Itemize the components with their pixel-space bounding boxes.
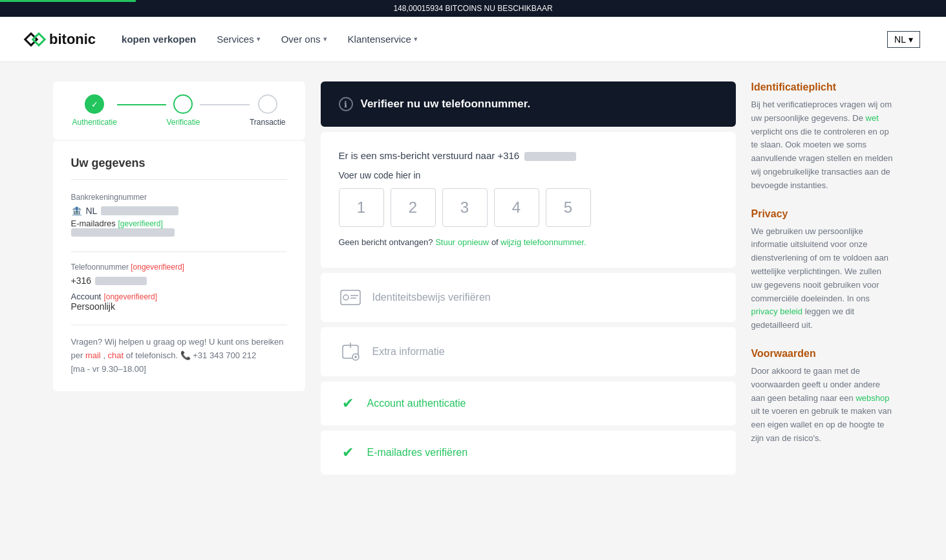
privacy-link[interactable]: privacy beleid xyxy=(751,307,803,316)
step-line-2 xyxy=(200,104,250,105)
right-panel: Identificatieplicht Bij het verificatiep… xyxy=(751,81,894,475)
main-content: ✓ Authenticatie Verificatie Transactie U… xyxy=(27,62,919,494)
step2-circle xyxy=(173,94,193,114)
lang-chevron-icon: ▾ xyxy=(908,34,913,45)
right-section-3: Voorwaarden Door akkoord te gaan met de … xyxy=(751,348,894,446)
verify-phone-card: ℹ Verifieer nu uw telefoonnummer. xyxy=(321,81,736,127)
services-chevron-icon: ▾ xyxy=(257,35,261,43)
email-section: E-mailadres [geverifieerd] xyxy=(71,219,287,239)
main-nav: kopen verkopen Services ▾ Over ons ▾ Kla… xyxy=(122,34,861,45)
verify-phone-title: Verifieer nu uw telefoonnummer. xyxy=(361,98,531,111)
help-chat-link[interactable]: chat xyxy=(108,350,124,360)
webshop-link[interactable]: webshop xyxy=(855,393,889,403)
right-title-1: Identificatieplicht xyxy=(751,81,894,93)
right-title-2: Privacy xyxy=(751,208,894,220)
top-bar: 148,00015934 BITCOINS NU BESCHIKBAAR xyxy=(0,0,946,17)
step1-label: Authenticatie xyxy=(72,118,117,127)
step-line-1 xyxy=(117,104,167,105)
stepper: ✓ Authenticatie Verificatie Transactie xyxy=(53,81,305,140)
over-ons-chevron-icon: ▾ xyxy=(323,35,327,43)
right-text-2: We gebruiken uw persoonlijke informatie … xyxy=(751,225,894,332)
right-title-3: Voorwaarden xyxy=(751,348,894,360)
bank-nl: NL xyxy=(86,206,98,216)
sms-sent-text: Er is een sms-bericht verstuurd naar +31… xyxy=(339,150,718,161)
email-verified-badge: [geverifieerd] xyxy=(118,219,162,228)
code-digit-2[interactable]: 2 xyxy=(391,188,436,227)
nav-kopen-verkopen[interactable]: kopen verkopen xyxy=(122,34,196,45)
enter-code-label: Voer uw code hier in xyxy=(339,170,718,180)
sms-card: Er is een sms-bericht verstuurd naar +31… xyxy=(321,132,736,268)
lang-selector-container: NL ▾ xyxy=(887,31,920,48)
bank-section: Bankrekeningnummer 🏦 NL E-mailadres [gev… xyxy=(71,193,287,239)
code-digit-1[interactable]: 1 xyxy=(339,188,384,227)
right-text-1: Bij het verificatieproces vragen wij om … xyxy=(751,98,894,193)
phone-icon: 📞 xyxy=(180,350,191,360)
phone-value: +316 xyxy=(71,275,287,286)
wet-link[interactable]: wet xyxy=(866,113,879,123)
phone-section: Telefoonnummer [ongeverifieerd] +316 Acc… xyxy=(71,263,287,312)
help-hours: [ma - vr 9.30–18.00] xyxy=(71,364,146,374)
nl-flag: 🏦 xyxy=(71,206,82,216)
step-authenticatie: ✓ Authenticatie xyxy=(72,94,117,127)
account-auth-card: ✔ Account authenticatie xyxy=(321,382,736,425)
right-section-1: Identificatieplicht Bij het verificatiep… xyxy=(751,81,894,193)
id-section-card[interactable]: Identiteitsbewijs verifiëren xyxy=(321,273,736,322)
logo-text: bitonic xyxy=(49,31,96,48)
account-section: Account [ongeverifieerd] Persoonlijk xyxy=(71,291,287,312)
code-digit-3[interactable]: 3 xyxy=(442,188,488,227)
nav-services[interactable]: Services ▾ xyxy=(217,34,261,45)
svg-point-1 xyxy=(343,295,349,300)
resend-link[interactable]: Stuur opnieuw xyxy=(435,237,489,247)
bank-blurred xyxy=(101,206,178,215)
help-text: Vragen? Wij helpen u graag op weg! U kun… xyxy=(71,325,287,376)
email-blurred xyxy=(71,228,175,237)
phone-label: Telefoonnummer [ongeverifieerd] xyxy=(71,263,287,272)
user-data-title: Uw gegevens xyxy=(71,156,287,180)
step-verificatie: Verificatie xyxy=(166,94,200,127)
lang-label: NL xyxy=(894,34,906,45)
klantenservice-chevron-icon: ▾ xyxy=(414,35,418,43)
right-section-2: Privacy We gebruiken uw persoonlijke inf… xyxy=(751,208,894,332)
step1-circle: ✓ xyxy=(85,94,104,114)
logo-diamond-right xyxy=(32,32,47,47)
bank-label: Bankrekeningnummer xyxy=(71,193,287,202)
check-icon-2: ✔ xyxy=(339,444,357,462)
extra-icon xyxy=(339,340,362,363)
account-unverified-badge: [ongeverifieerd] xyxy=(103,292,157,301)
extra-section-card[interactable]: Extra informatie xyxy=(321,327,736,376)
left-panel: ✓ Authenticatie Verificatie Transactie U… xyxy=(53,81,305,475)
step3-label: Transactie xyxy=(250,118,286,127)
check-icon-1: ✔ xyxy=(339,394,357,413)
nav-over-ons[interactable]: Over ons ▾ xyxy=(281,34,327,45)
sms-phone-hidden xyxy=(524,152,576,161)
email-label: E-mailadres xyxy=(71,219,116,228)
middle-panel: ℹ Verifieer nu uw telefoonnummer. Er is … xyxy=(321,81,736,475)
code-digit-5[interactable]: 5 xyxy=(546,188,591,227)
step-transactie: Transactie xyxy=(250,94,286,127)
code-digit-4[interactable]: 4 xyxy=(494,188,539,227)
step2-label: Verificatie xyxy=(166,118,200,127)
account-value: Persoonlijk xyxy=(71,301,115,312)
extra-section-label: Extra informatie xyxy=(372,346,445,358)
top-bar-text: 148,00015934 BITCOINS NU BESCHIKBAAR xyxy=(393,4,552,13)
bank-value: 🏦 NL xyxy=(71,206,287,216)
step3-circle xyxy=(258,94,277,114)
id-section-label: Identiteitsbewijs verifiëren xyxy=(372,292,491,303)
user-data-card: Uw gegevens Bankrekeningnummer 🏦 NL E-ma… xyxy=(53,141,305,391)
id-icon xyxy=(339,286,362,309)
right-text-3: Door akkoord te gaan met de voorwaarden … xyxy=(751,365,894,446)
help-mail-link[interactable]: mail xyxy=(85,350,101,360)
header: bitonic kopen verkopen Services ▾ Over o… xyxy=(0,17,946,62)
logo[interactable]: bitonic xyxy=(26,31,96,48)
email-verify-label: E-mailadres verifiëren xyxy=(367,447,468,458)
change-phone-link[interactable]: wijzig telefoonnummer. xyxy=(500,237,586,247)
account-label: Account xyxy=(71,292,102,301)
lang-button[interactable]: NL ▾ xyxy=(887,31,920,48)
resend-text: Geen bericht ontvangen? Stuur opnieuw of… xyxy=(339,237,718,247)
phone-unverified-badge: [ongeverifieerd] xyxy=(131,263,184,272)
phone-blurred xyxy=(95,277,147,285)
help-phone: +31 343 700 212 xyxy=(193,350,256,360)
nav-klantenservice[interactable]: Klantenservice ▾ xyxy=(348,34,418,45)
separator-1 xyxy=(71,252,287,252)
logo-icon xyxy=(26,34,44,45)
